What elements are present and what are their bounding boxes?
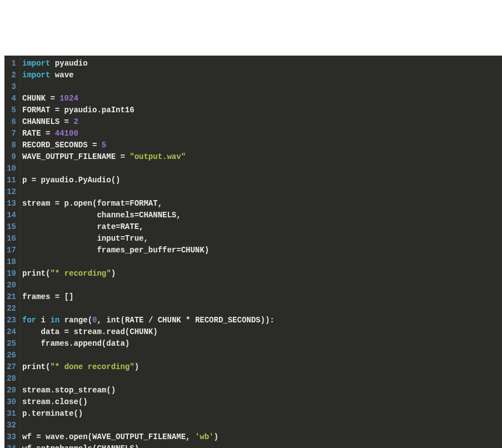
code-token: frames = []: [22, 292, 73, 301]
line-number: 31: [7, 408, 16, 420]
code-token: "* done recording": [50, 362, 134, 371]
line-number: 1: [7, 58, 16, 69]
code-token: p = pyaudio.PyAudio(): [22, 176, 120, 185]
code-line[interactable]: channels=CHANNELS,: [22, 210, 502, 221]
code-token: ): [135, 362, 139, 371]
code-token: stream.stop_stream(): [22, 386, 116, 395]
line-number-gutter: 1234567891011121314151617181920212223242…: [4, 56, 20, 448]
code-token: RATE =: [22, 129, 55, 138]
line-number: 23: [7, 315, 16, 326]
line-number: 7: [7, 128, 16, 140]
code-line[interactable]: data = stream.read(CHUNK): [22, 326, 502, 338]
code-token: import: [22, 71, 50, 79]
code-token: CHANNELS =: [22, 117, 73, 126]
code-token: wf = wave.open(WAVE_OUTPUT_FILENAME,: [22, 432, 195, 441]
code-token: wf.setnchannels(CHANNELS): [22, 444, 139, 448]
code-token: frames_per_buffer=CHUNK): [22, 246, 209, 255]
line-number: 28: [7, 373, 16, 385]
code-token: , int(RATE / CHUNK * RECORD_SECONDS)):: [97, 316, 274, 325]
line-number: 24: [7, 326, 16, 338]
code-token: "output.wav": [130, 152, 186, 161]
code-line[interactable]: stream.close(): [22, 396, 502, 408]
code-line[interactable]: [22, 350, 502, 361]
line-number: 16: [7, 233, 16, 245]
line-number: 22: [7, 303, 16, 315]
line-number: 13: [7, 198, 16, 210]
code-line[interactable]: print("* done recording"): [22, 361, 502, 373]
code-line[interactable]: rate=RATE,: [22, 221, 502, 233]
code-line[interactable]: import pyaudio: [22, 58, 502, 69]
code-token: stream = p.open(format=FORMAT,: [22, 199, 162, 208]
code-line[interactable]: frames_per_buffer=CHUNK): [22, 245, 502, 256]
code-token: 44100: [55, 129, 78, 138]
code-token: "* recording": [50, 269, 111, 278]
line-number: 21: [7, 291, 16, 303]
code-token: data = stream.read(CHUNK): [22, 327, 158, 336]
code-line[interactable]: CHANNELS = 2: [22, 116, 502, 128]
code-line[interactable]: [22, 280, 502, 291]
line-number: 19: [7, 268, 16, 280]
code-line[interactable]: stream.stop_stream(): [22, 385, 502, 396]
code-line[interactable]: [22, 420, 502, 431]
code-line[interactable]: import wave: [22, 69, 502, 81]
code-token: ): [213, 432, 218, 441]
code-line[interactable]: [22, 81, 502, 93]
code-line[interactable]: input=True,: [22, 233, 502, 245]
code-line[interactable]: p = pyaudio.PyAudio(): [22, 175, 502, 186]
code-token: pyaudio: [50, 59, 87, 68]
code-area[interactable]: import pyaudioimport wave CHUNK = 1024FO…: [20, 56, 502, 448]
code-token: i: [36, 316, 50, 325]
code-token: for: [22, 316, 36, 325]
code-token: import: [22, 59, 50, 68]
line-number: 26: [7, 350, 16, 361]
line-number: 33: [7, 431, 16, 443]
line-number: 17: [7, 245, 16, 256]
code-line[interactable]: for i in range(0, int(RATE / CHUNK * REC…: [22, 315, 502, 326]
code-editor[interactable]: 1234567891011121314151617181920212223242…: [4, 56, 502, 448]
line-number: 32: [7, 420, 16, 431]
line-number: 25: [7, 338, 16, 350]
code-line[interactable]: [22, 256, 502, 268]
line-number: 4: [7, 93, 16, 104]
code-token: print(: [22, 269, 50, 278]
code-line[interactable]: frames = []: [22, 291, 502, 303]
code-line[interactable]: FORMAT = pyaudio.paInt16: [22, 104, 502, 116]
code-line[interactable]: wf = wave.open(WAVE_OUTPUT_FILENAME, 'wb…: [22, 431, 502, 443]
code-line[interactable]: p.terminate(): [22, 408, 502, 420]
code-token: FORMAT = pyaudio.paInt16: [22, 106, 135, 115]
line-number: 10: [7, 163, 16, 175]
line-number: 34: [7, 443, 16, 448]
code-token: ): [111, 269, 116, 278]
line-number: 20: [7, 280, 16, 291]
code-line[interactable]: wf.setnchannels(CHANNELS): [22, 443, 502, 448]
code-token: rate=RATE,: [22, 222, 143, 231]
line-number: 12: [7, 186, 16, 198]
line-number: 8: [7, 140, 16, 151]
line-number: 5: [7, 104, 16, 116]
code-token: wave: [50, 71, 73, 79]
code-line[interactable]: RECORD_SECONDS = 5: [22, 140, 502, 151]
code-token: in: [50, 316, 59, 325]
code-line[interactable]: CHUNK = 1024: [22, 93, 502, 104]
code-token: channels=CHANNELS,: [22, 211, 181, 220]
code-token: 2: [73, 117, 78, 126]
code-line[interactable]: RATE = 44100: [22, 128, 502, 140]
code-line[interactable]: [22, 303, 502, 315]
line-number: 18: [7, 256, 16, 268]
line-number: 30: [7, 396, 16, 408]
code-line[interactable]: frames.append(data): [22, 338, 502, 350]
code-line[interactable]: WAVE_OUTPUT_FILENAME = "output.wav": [22, 151, 502, 163]
code-token: frames.append(data): [22, 339, 130, 348]
code-token: 5: [102, 141, 106, 150]
code-token: 1024: [59, 94, 78, 103]
code-line[interactable]: print("* recording"): [22, 268, 502, 280]
code-line[interactable]: [22, 163, 502, 175]
code-line[interactable]: stream = p.open(format=FORMAT,: [22, 198, 502, 210]
code-token: RECORD_SECONDS =: [22, 141, 102, 150]
code-line[interactable]: [22, 373, 502, 385]
code-line[interactable]: [22, 186, 502, 198]
line-number: 2: [7, 69, 16, 81]
line-number: 29: [7, 385, 16, 396]
line-number: 9: [7, 151, 16, 163]
code-token: input=True,: [22, 234, 148, 243]
